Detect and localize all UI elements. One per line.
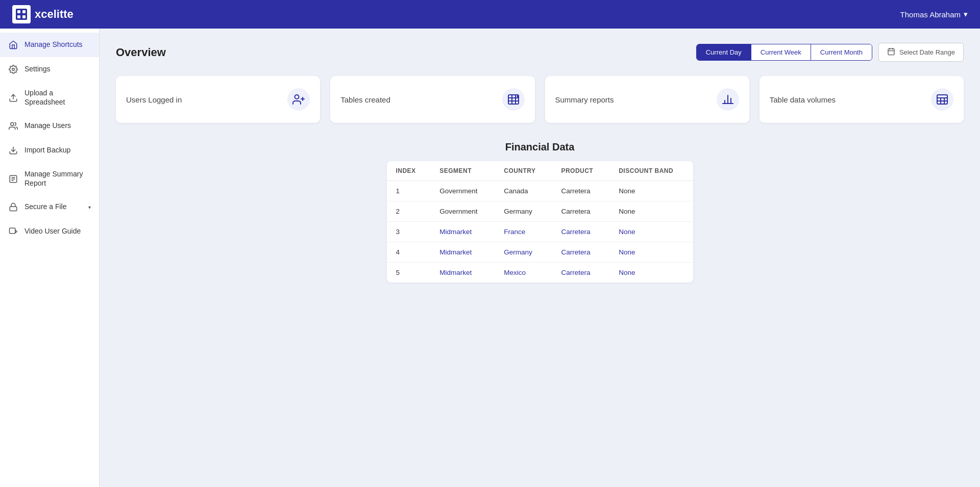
col-product: PRODUCT	[552, 161, 609, 181]
table-cell-4: None	[609, 242, 693, 263]
table-cell-2: France	[495, 222, 552, 242]
table-plus-icon	[502, 88, 525, 111]
sidebar-label-settings: Settings	[24, 65, 91, 74]
table-cell-0: 4	[387, 242, 431, 263]
current-week-button[interactable]: Current Week	[751, 44, 811, 60]
table-cell-3: Carretera	[552, 181, 609, 201]
topbar: xcelitte Thomas Abraham ▾	[0, 0, 980, 29]
table-cell-4: None	[609, 263, 693, 283]
sidebar-label-manage-shortcuts: Manage Shortcuts	[24, 40, 91, 49]
sidebar-label-upload-spreadsheet: Upload a Spreadsheet	[24, 89, 91, 107]
dropdown-icon: ▾	[88, 204, 91, 210]
current-day-button[interactable]: Current Day	[697, 44, 751, 60]
sidebar-item-manage-users[interactable]: Manage Users	[0, 114, 99, 138]
stat-card-users-logged-in: Users Logged in	[116, 76, 320, 123]
table-cell-3: Carretera	[552, 242, 609, 263]
user-chevron-icon: ▾	[964, 10, 968, 19]
table-cell-4: None	[609, 181, 693, 201]
sidebar-item-import-backup[interactable]: Import Backup	[0, 138, 99, 163]
calendar-icon	[887, 47, 895, 57]
table-cell-2: Canada	[495, 181, 552, 201]
current-month-button[interactable]: Current Month	[811, 44, 872, 60]
lock-icon	[8, 202, 18, 212]
stat-label-summary-reports: Summary reports	[555, 95, 614, 104]
report-icon	[8, 174, 18, 184]
sidebar-item-secure-file[interactable]: Secure a File ▾	[0, 195, 99, 219]
table-row: 2GovernmentGermanyCarreteraNone	[387, 201, 693, 222]
layout: Manage Shortcuts Settings Upload a Sprea…	[0, 29, 980, 487]
sidebar-item-manage-shortcuts[interactable]: Manage Shortcuts	[0, 33, 99, 57]
svg-rect-14	[10, 228, 15, 234]
stat-cards: Users Logged in Tables created	[116, 76, 964, 123]
bar-chart-icon	[717, 88, 739, 111]
table-cell-0: 5	[387, 263, 431, 283]
period-buttons: Current Day Current Week Current Month	[696, 44, 872, 61]
financial-data-title: Financial Data	[505, 141, 575, 153]
upload-icon	[8, 93, 18, 103]
table-header-row: INDEX SEGMENT COUNTRY PRODUCT DISCOUNT B…	[387, 161, 693, 181]
overview-header: Overview Current Day Current Week Curren…	[116, 43, 964, 62]
table-cell-1: Government	[430, 181, 495, 201]
financial-table: INDEX SEGMENT COUNTRY PRODUCT DISCOUNT B…	[387, 161, 693, 283]
sidebar-label-import-backup: Import Backup	[24, 146, 91, 155]
table-row: 3MidmarketFranceCarreteraNone	[387, 222, 693, 242]
stat-label-users-logged-in: Users Logged in	[126, 95, 182, 104]
user-name: Thomas Abraham	[900, 10, 961, 19]
user-menu[interactable]: Thomas Abraham ▾	[900, 10, 968, 19]
stat-card-summary-reports: Summary reports	[545, 76, 749, 123]
users-icon	[8, 121, 18, 131]
video-icon	[8, 226, 18, 237]
app-logo: xcelitte	[12, 5, 74, 23]
table-cell-1: Midmarket	[430, 263, 495, 283]
svg-point-20	[295, 95, 299, 99]
svg-rect-1	[17, 10, 20, 13]
main-content: Overview Current Day Current Week Curren…	[100, 29, 980, 487]
col-discount-band: DISCOUNT BAND	[609, 161, 693, 181]
table-cell-0: 1	[387, 181, 431, 201]
financial-section: Financial Data INDEX SEGMENT COUNTRY PRO…	[116, 141, 964, 283]
table-row: 4MidmarketGermanyCarreteraNone	[387, 242, 693, 263]
page-title: Overview	[116, 46, 166, 59]
svg-marker-15	[15, 230, 17, 233]
sidebar-item-video-user-guide[interactable]: Video User Guide	[0, 219, 99, 244]
app-name: xcelitte	[35, 8, 74, 21]
table-cell-1: Midmarket	[430, 222, 495, 242]
financial-table-wrapper: INDEX SEGMENT COUNTRY PRODUCT DISCOUNT B…	[387, 161, 693, 283]
svg-rect-3	[17, 15, 20, 18]
sidebar-item-settings[interactable]: Settings	[0, 57, 99, 82]
sidebar-item-upload-spreadsheet[interactable]: Upload a Spreadsheet	[0, 82, 99, 114]
table-cell-3: Carretera	[552, 222, 609, 242]
svg-rect-13	[10, 207, 17, 211]
date-range-label: Select Date Range	[899, 48, 955, 56]
table-cell-4: None	[609, 201, 693, 222]
stat-card-tables-created: Tables created	[330, 76, 534, 123]
stat-label-tables-created: Tables created	[340, 95, 390, 104]
col-country: COUNTRY	[495, 161, 552, 181]
sidebar-label-video-user-guide: Video User Guide	[24, 227, 91, 236]
home-icon	[8, 40, 18, 50]
table-data-icon	[931, 88, 953, 111]
svg-point-5	[12, 68, 15, 71]
overview-controls: Current Day Current Week Current Month S…	[696, 43, 964, 62]
table-row: 1GovernmentCanadaCarreteraNone	[387, 181, 693, 201]
user-plus-icon	[287, 88, 310, 111]
table-cell-3: Carretera	[552, 201, 609, 222]
table-cell-0: 3	[387, 222, 431, 242]
date-range-button[interactable]: Select Date Range	[878, 43, 964, 62]
sidebar-label-manage-summary-report: Manage Summary Report	[24, 170, 91, 188]
gear-icon	[8, 64, 18, 74]
table-cell-2: Germany	[495, 201, 552, 222]
col-segment: SEGMENT	[430, 161, 495, 181]
logo-icon	[12, 5, 31, 23]
table-cell-1: Government	[430, 201, 495, 222]
sidebar-item-manage-summary-report[interactable]: Manage Summary Report	[0, 163, 99, 195]
svg-point-7	[11, 122, 14, 125]
table-cell-4: None	[609, 222, 693, 242]
import-icon	[8, 145, 18, 156]
table-cell-2: Germany	[495, 242, 552, 263]
sidebar: Manage Shortcuts Settings Upload a Sprea…	[0, 29, 100, 487]
stat-card-table-data-volumes: Table data volumes	[760, 76, 964, 123]
svg-rect-4	[22, 15, 26, 18]
sidebar-label-manage-users: Manage Users	[24, 121, 91, 131]
sidebar-label-secure-file: Secure a File	[24, 202, 82, 212]
